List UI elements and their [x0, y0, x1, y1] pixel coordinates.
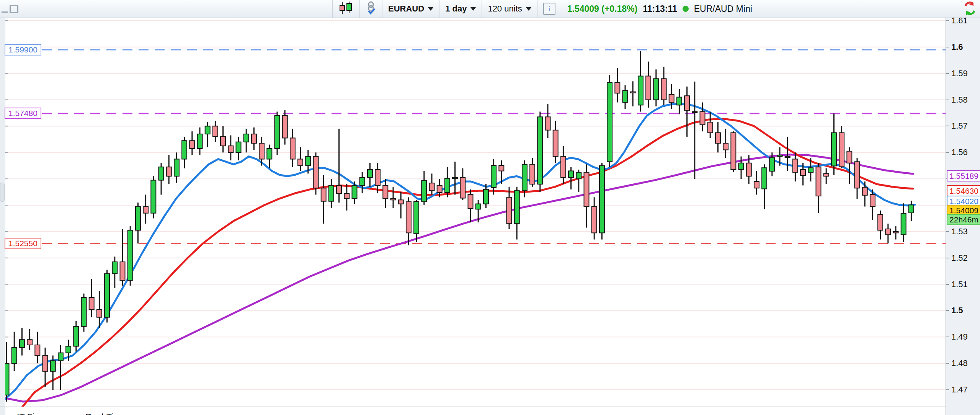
candle-up[interactable]	[5, 363, 9, 395]
maximize-icon[interactable]	[10, 5, 18, 13]
candle-up[interactable]	[623, 90, 628, 102]
candle-down[interactable]	[213, 126, 218, 137]
candle-up[interactable]	[739, 163, 744, 170]
candle-up[interactable]	[638, 76, 643, 105]
candle-down[interactable]	[399, 200, 403, 204]
candle-down[interactable]	[507, 197, 512, 224]
candle-down[interactable]	[344, 193, 349, 199]
candle-down[interactable]	[220, 137, 225, 146]
candle-down[interactable]	[584, 172, 589, 207]
candle-up[interactable]	[769, 158, 774, 171]
candle-up[interactable]	[445, 178, 450, 193]
candle-up[interactable]	[777, 155, 782, 156]
candle-down[interactable]	[870, 194, 875, 207]
candle-up[interactable]	[105, 274, 109, 317]
candle-up[interactable]	[522, 164, 527, 191]
candle-up[interactable]	[785, 157, 790, 158]
candle-down[interactable]	[715, 133, 720, 144]
candle-up[interactable]	[368, 170, 372, 178]
candle-up[interactable]	[244, 134, 249, 142]
price-level-label[interactable]: 1.57480	[5, 108, 41, 119]
candle-down[interactable]	[252, 134, 256, 143]
candle-up[interactable]	[599, 166, 604, 233]
candle-down[interactable]	[862, 187, 867, 195]
candle-up[interactable]	[236, 142, 241, 153]
candle-up[interactable]	[831, 133, 836, 166]
left-scrollbar-thumb[interactable]	[0, 183, 5, 202]
candle-up[interactable]	[305, 157, 310, 166]
candle-up[interactable]	[136, 206, 140, 230]
candle-up[interactable]	[677, 97, 682, 105]
candle-up[interactable]	[198, 134, 203, 149]
candle-down[interactable]	[669, 95, 674, 103]
candle-down[interactable]	[824, 173, 829, 176]
candle-down[interactable]	[885, 229, 890, 235]
candle-down[interactable]	[723, 143, 728, 150]
candle-up[interactable]	[476, 204, 481, 209]
candle-down[interactable]	[120, 262, 125, 280]
candle-down[interactable]	[615, 83, 620, 93]
candle-down[interactable]	[553, 130, 558, 157]
candle-up[interactable]	[653, 78, 658, 100]
candle-down[interactable]	[630, 92, 635, 93]
candle-down[interactable]	[43, 356, 48, 371]
candle-up[interactable]	[909, 205, 914, 213]
candle-down[interactable]	[754, 181, 759, 188]
candle-down[interactable]	[839, 133, 844, 167]
candle-up[interactable]	[414, 201, 419, 234]
candle-down[interactable]	[375, 170, 380, 185]
candle-down[interactable]	[592, 206, 597, 233]
candle-down[interactable]	[800, 170, 805, 175]
candle-up[interactable]	[112, 262, 117, 274]
candle-up[interactable]	[20, 340, 24, 348]
candle-down[interactable]	[731, 133, 736, 170]
minimize-icon[interactable]	[2, 11, 8, 13]
candle-down[interactable]	[97, 309, 102, 317]
price-chart[interactable]: IT-Finance.com - Real-Time	[5, 18, 946, 407]
candle-up[interactable]	[174, 159, 179, 176]
candle-down[interactable]	[321, 188, 326, 201]
candle-up[interactable]	[692, 112, 697, 113]
candle-up[interactable]	[607, 83, 612, 162]
symbol-selector[interactable]: EURAUD	[382, 0, 439, 18]
candle-down[interactable]	[561, 157, 566, 178]
candle-down[interactable]	[27, 340, 32, 345]
candle-down[interactable]	[228, 146, 233, 152]
price-level-label[interactable]: 1.52550	[5, 238, 41, 249]
candle-down[interactable]	[391, 199, 396, 200]
candle-up[interactable]	[275, 116, 280, 149]
timeframe-selector[interactable]: 1 day	[439, 0, 482, 18]
candle-down[interactable]	[437, 186, 442, 193]
candle-up[interactable]	[329, 185, 334, 201]
candle-up[interactable]	[205, 126, 210, 134]
candle-down[interactable]	[662, 78, 666, 100]
candle-down[interactable]	[530, 164, 535, 184]
candle-down[interactable]	[383, 185, 388, 198]
candle-up[interactable]	[151, 180, 156, 213]
refresh-button[interactable]	[962, 1, 978, 17]
candle-up[interactable]	[74, 327, 78, 346]
candle-up[interactable]	[901, 213, 906, 235]
candle-down[interactable]	[684, 96, 689, 110]
candle-down[interactable]	[878, 214, 883, 230]
candle-down[interactable]	[746, 163, 751, 176]
candle-down[interactable]	[893, 232, 898, 233]
candle-up[interactable]	[483, 190, 488, 204]
candle-down[interactable]	[290, 138, 295, 159]
candle-down[interactable]	[298, 159, 303, 166]
candle-up[interactable]	[352, 185, 357, 198]
info-button[interactable]: i	[537, 0, 561, 18]
candle-down[interactable]	[143, 206, 148, 213]
candle-down[interactable]	[189, 141, 194, 149]
candle-up[interactable]	[762, 168, 767, 189]
candle-down[interactable]	[406, 202, 411, 233]
candle-down[interactable]	[499, 165, 504, 171]
candle-up[interactable]	[537, 117, 542, 184]
candle-down[interactable]	[855, 162, 860, 188]
candle-down[interactable]	[89, 297, 94, 309]
candle-down[interactable]	[167, 167, 172, 176]
candle-up[interactable]	[51, 361, 56, 371]
candle-up[interactable]	[82, 297, 87, 327]
candle-up[interactable]	[576, 172, 581, 179]
candle-down[interactable]	[460, 178, 465, 198]
